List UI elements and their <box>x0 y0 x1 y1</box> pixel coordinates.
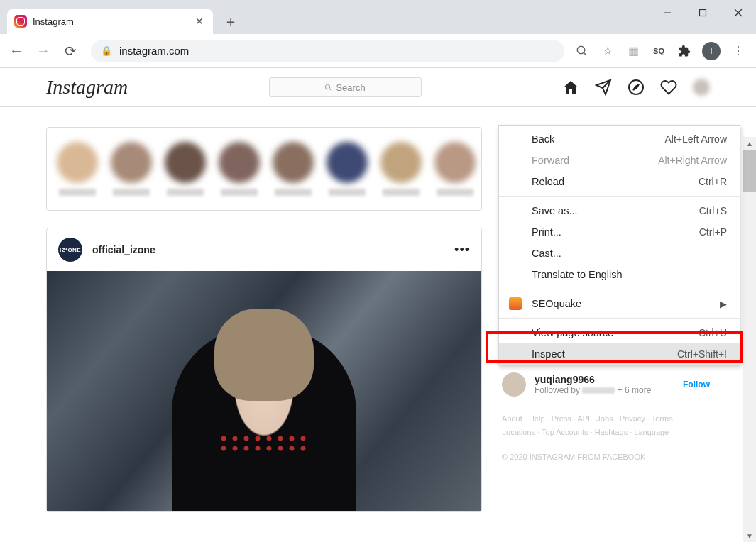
cm-print[interactable]: Print...Ctrl+P <box>499 221 740 243</box>
scrollbar-thumb[interactable] <box>743 150 756 192</box>
stories-bar[interactable] <box>46 127 482 211</box>
story-item[interactable] <box>111 142 152 196</box>
svg-point-6 <box>326 84 330 89</box>
search-placeholder: Search <box>336 82 365 93</box>
instagram-favicon <box>14 15 27 28</box>
extension-grid-icon[interactable]: ▦ <box>625 43 641 59</box>
search-icon <box>324 84 332 92</box>
page-content: Instagram Search <box>0 68 756 542</box>
post-image[interactable] <box>47 271 481 511</box>
browser-toolbar: ← → ⟳ 🔒 instagram.com ☆ ▦ SQ T ⋮ <box>0 34 756 68</box>
copyright: © 2020 INSTAGRAM FROM FACEBOOK <box>502 453 710 461</box>
new-tab-button[interactable]: ＋ <box>220 11 241 32</box>
svg-line-5 <box>584 52 586 55</box>
cm-forward: ForwardAlt+Right Arrow <box>499 150 740 171</box>
browser-title-bar: Instagram ✕ ＋ <box>0 0 756 34</box>
tab-title: Instagram <box>33 16 187 27</box>
svg-rect-1 <box>700 10 706 16</box>
cm-seoquake[interactable]: SEOquake▶ <box>499 293 740 314</box>
context-menu: BackAlt+Left Arrow ForwardAlt+Right Arro… <box>498 125 740 365</box>
bookmark-icon[interactable]: ☆ <box>600 43 615 59</box>
profile-avatar[interactable]: T <box>702 42 721 60</box>
story-item[interactable] <box>57 142 98 196</box>
reload-button[interactable]: ⟳ <box>60 40 81 62</box>
browser-tab[interactable]: Instagram ✕ <box>7 9 213 34</box>
seoquake-ext-icon[interactable]: SQ <box>651 43 667 59</box>
minimize-button[interactable] <box>650 0 685 26</box>
post-avatar[interactable]: IZ*ONE <box>58 238 82 262</box>
cm-reload[interactable]: ReloadCtrl+R <box>499 171 740 192</box>
seoquake-icon <box>509 297 522 310</box>
story-item[interactable] <box>165 142 206 196</box>
svg-point-4 <box>577 46 585 54</box>
lock-icon: 🔒 <box>101 45 112 56</box>
post-more-icon[interactable]: ••• <box>454 243 470 258</box>
story-item[interactable] <box>380 142 422 196</box>
vertical-scrollbar[interactable]: ▲ ▼ <box>743 137 756 542</box>
story-item[interactable] <box>434 142 476 196</box>
cm-cast[interactable]: Cast... <box>499 243 740 264</box>
suggestion-item: yuqiang9966 Followed by + 6 more Follow <box>502 368 710 401</box>
tab-close-icon[interactable]: ✕ <box>193 16 206 27</box>
cm-save-as[interactable]: Save as...Ctrl+S <box>499 200 740 221</box>
zoom-icon[interactable] <box>574 43 590 59</box>
forward-button[interactable]: → <box>33 40 54 62</box>
story-item[interactable] <box>273 142 314 196</box>
activity-icon[interactable] <box>660 79 677 96</box>
messages-icon[interactable] <box>595 79 612 96</box>
scroll-down-icon[interactable]: ▼ <box>743 529 756 542</box>
window-controls <box>650 0 756 26</box>
svg-line-7 <box>329 88 331 89</box>
url-text: instagram.com <box>119 45 189 57</box>
cm-back[interactable]: BackAlt+Left Arrow <box>499 128 740 150</box>
extensions-icon[interactable] <box>676 43 692 59</box>
search-input[interactable]: Search <box>269 77 422 97</box>
explore-icon[interactable] <box>628 79 645 96</box>
footer-links[interactable]: About · Help · Press · API · Jobs · Priv… <box>502 412 710 438</box>
back-button[interactable]: ← <box>6 40 27 62</box>
suggestion-avatar[interactable] <box>502 372 526 397</box>
story-item[interactable] <box>327 142 368 196</box>
post-username[interactable]: official_izone <box>92 244 444 255</box>
close-window-button[interactable] <box>721 0 756 26</box>
svg-marker-9 <box>633 84 639 90</box>
cm-translate[interactable]: Translate to English <box>499 264 740 285</box>
feed-post: IZ*ONE official_izone ••• <box>46 228 482 512</box>
chevron-right-icon: ▶ <box>720 299 727 309</box>
follow-button[interactable]: Follow <box>683 380 710 389</box>
instagram-header: Instagram Search <box>0 68 756 107</box>
suggestion-subtitle: Followed by + 6 more <box>535 385 651 395</box>
chrome-menu-icon[interactable]: ⋮ <box>730 43 746 59</box>
maximize-button[interactable] <box>685 0 721 26</box>
cm-view-source[interactable]: View page sourceCtrl+U <box>499 322 740 343</box>
scroll-up-icon[interactable]: ▲ <box>743 137 756 150</box>
instagram-logo[interactable]: Instagram <box>46 76 128 99</box>
suggestion-username[interactable]: yuqiang9966 <box>535 374 651 385</box>
cm-inspect[interactable]: InspectCtrl+Shift+I <box>499 343 740 365</box>
story-item[interactable] <box>219 142 260 196</box>
url-bar[interactable]: 🔒 instagram.com <box>91 40 564 62</box>
user-avatar[interactable] <box>693 79 710 96</box>
home-icon[interactable] <box>562 79 579 96</box>
